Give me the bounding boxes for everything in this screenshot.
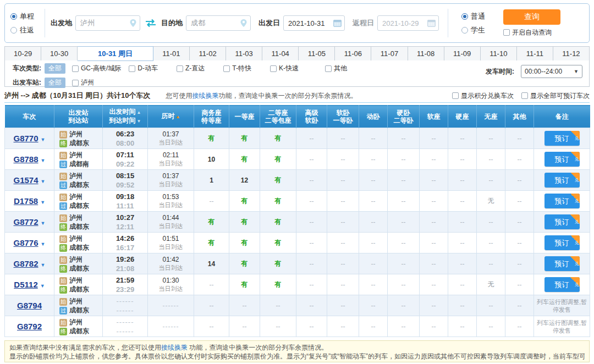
date-tab-11-05[interactable]: 11-05 — [299, 46, 335, 61]
book-button-G8788[interactable]: 预订兑 — [544, 152, 580, 167]
seat-cell-business-seat: -- — [194, 191, 229, 212]
seat-cell-soft-seat: -- — [420, 233, 448, 253]
swap-stations-button[interactable] — [142, 17, 159, 29]
train-type-checkbox-5[interactable]: 其他 — [325, 64, 347, 73]
date-tab-11-03[interactable]: 11-03 — [226, 46, 262, 61]
train-number-link-G8788[interactable]: G8788 — [14, 155, 38, 164]
normal-ticket-radio[interactable]: 普通 — [461, 12, 498, 21]
expand-caret-icon[interactable]: ▼ — [41, 241, 46, 247]
seat-cell-other-seat: -- — [505, 253, 534, 274]
seat-cell-second-seat: 有 — [260, 233, 296, 253]
arrive-time-value: 08:00 — [103, 139, 147, 148]
remark-cell: 预订兑 — [534, 170, 590, 191]
date-tab-11-12[interactable]: 11-12 — [553, 46, 590, 61]
duration-cell: 01:51当日到达 — [148, 233, 194, 253]
sort-down-icon[interactable]: ▼ — [137, 119, 141, 124]
book-button-G8770[interactable]: 预订兑 — [544, 131, 580, 146]
book-button-G1574[interactable]: 预订兑 — [544, 173, 580, 187]
duration-cell: 01:37当日到达 — [148, 170, 194, 191]
sort-up-icon[interactable]: ▲ — [137, 110, 141, 115]
train-number-link-D1758[interactable]: D1758 — [14, 196, 38, 206]
points-corner-icon: 兑 — [570, 194, 580, 203]
round-trip-radio[interactable]: 往返 — [10, 25, 39, 35]
duration-cell: ------ — [148, 295, 194, 316]
expand-caret-icon[interactable]: ▼ — [41, 137, 46, 142]
stations-cell: 始泸州终成都东 — [54, 233, 103, 253]
col-header-business-seat: 商务座特等座 — [194, 106, 229, 128]
student-ticket-radio[interactable]: 学生 — [461, 25, 498, 35]
notice-line1-suffix: 功能，查询途中换乘一次的部分列车余票情况。 — [188, 344, 328, 351]
expand-caret-icon[interactable]: ▼ — [41, 179, 46, 184]
date-tab-10-29[interactable]: 10-29 — [4, 46, 41, 61]
date-tab-11-10[interactable]: 11-10 — [481, 46, 517, 61]
book-button-G8772[interactable]: 预订兑 — [544, 214, 580, 229]
points-corner-icon: 兑 — [570, 256, 580, 266]
train-cell: G8772▼ — [5, 212, 54, 233]
train-type-checkbox-1[interactable]: D-动车 — [129, 64, 158, 73]
duration-value: ------ — [148, 322, 194, 331]
train-type-checkbox-3[interactable]: T-特快 — [223, 64, 251, 73]
seat-cell-other-seat: -- — [505, 191, 534, 212]
seat-cell-dong-sleeper: -- — [359, 149, 388, 170]
date-tab-11-09[interactable]: 11-09 — [444, 46, 481, 61]
one-way-radio[interactable]: 单程 — [10, 12, 39, 21]
tip-suffix: 功能，查询途中换乘一次的部分列车余票情况。 — [218, 92, 357, 100]
expand-caret-icon[interactable]: ▼ — [40, 200, 45, 205]
train-type-checkbox-2[interactable]: Z-直达 — [177, 64, 205, 73]
query-button[interactable]: 查询 — [503, 9, 560, 25]
transfer-link[interactable]: 接续换乘 — [192, 92, 218, 100]
train-number-link-G8776[interactable]: G8776 — [14, 238, 38, 247]
train-number-link-G8772[interactable]: G8772 — [14, 217, 38, 227]
seat-cell-first-seat: 有 — [229, 212, 260, 233]
date-tab-11-04[interactable]: 11-04 — [262, 46, 299, 61]
book-button-D5112[interactable]: 预订兑 — [544, 277, 580, 292]
auto-query-checkbox[interactable]: 开启自动查询 — [503, 28, 560, 37]
expand-caret-icon[interactable]: ▼ — [41, 220, 46, 226]
date-tab-10-30[interactable]: 10-30 — [41, 46, 78, 61]
col-header-times[interactable]: 出发时间▲到达时间▼ — [103, 106, 148, 128]
train-row-D1758: D1758▼始泸州过成都东09:1811:1101:53当日到达--有有----… — [5, 191, 590, 212]
duration-value: 02:11 — [148, 151, 194, 159]
seat-cell-soft-sleeper: -- — [327, 149, 359, 170]
show-points-trains-checkbox[interactable]: 显示积分兑换车次 — [452, 91, 514, 101]
seat-cell-soft-seat: -- — [420, 212, 448, 233]
train-number-link-D5112[interactable]: D5112 — [14, 280, 37, 289]
date-tab-11-07[interactable]: 11-07 — [371, 46, 408, 61]
train-type-checkbox-0[interactable]: GC-高铁/城际 — [72, 64, 121, 73]
seat-cell-first-seat: 有 — [229, 191, 260, 212]
train-number-link-G8794[interactable]: G8794 — [17, 301, 42, 310]
station-checkbox-0[interactable]: 泸州 — [72, 78, 94, 87]
date-tab-11-11[interactable]: 11-11 — [517, 46, 553, 61]
train-type-all-badge[interactable]: 全部 — [45, 63, 65, 74]
train-type-checkbox-4[interactable]: K-快速 — [270, 64, 299, 73]
book-button-D1758[interactable]: 预订兑 — [544, 194, 580, 208]
train-number-link-G8792[interactable]: G8792 — [17, 322, 42, 331]
date-tab-10-31[interactable]: 10-31 周日 — [78, 46, 153, 61]
times-cell: 08:1509:52 — [103, 170, 148, 191]
sort-up-icon[interactable]: ▲ — [176, 114, 180, 119]
train-number-link-G8770[interactable]: G8770 — [14, 134, 38, 143]
show-all-bookable-checkbox[interactable]: 显示全部可预订车次 — [521, 91, 590, 101]
calendar-icon[interactable] — [333, 19, 342, 27]
col-header-duration[interactable]: 历时▲ — [148, 106, 194, 128]
depart-time-select[interactable]: 00:00--24:00 ▼ — [521, 65, 582, 78]
expand-caret-icon[interactable]: ▼ — [40, 283, 45, 289]
book-button-G8782[interactable]: 预订兑 — [544, 256, 580, 271]
book-button-G8776[interactable]: 预订兑 — [544, 235, 580, 250]
train-number-link-G1574[interactable]: G1574 — [14, 175, 38, 185]
date-tab-11-02[interactable]: 11-02 — [190, 46, 226, 61]
seat-cell-hard-seat: -- — [448, 316, 477, 337]
arrive-day-note: 当日到达 — [148, 285, 194, 293]
seat-cell-premium-soft-sleeper: -- — [296, 170, 327, 191]
date-tab-11-06[interactable]: 11-06 — [335, 46, 371, 61]
transfer-link[interactable]: 接续换乘 — [161, 344, 188, 351]
date-tab-11-01[interactable]: 11-01 — [153, 46, 190, 61]
expand-caret-icon[interactable]: ▼ — [41, 158, 46, 163]
date-tab-11-08[interactable]: 11-08 — [408, 46, 444, 61]
expand-caret-icon[interactable]: ▼ — [41, 262, 46, 268]
col-header-other-seat: 其他 — [505, 106, 534, 128]
depart-station-all-badge[interactable]: 全部 — [45, 78, 65, 88]
points-corner-icon: 兑 — [570, 214, 580, 224]
train-number-link-G8782[interactable]: G8782 — [14, 259, 38, 268]
seat-cell-hard-seat: -- — [448, 253, 477, 274]
